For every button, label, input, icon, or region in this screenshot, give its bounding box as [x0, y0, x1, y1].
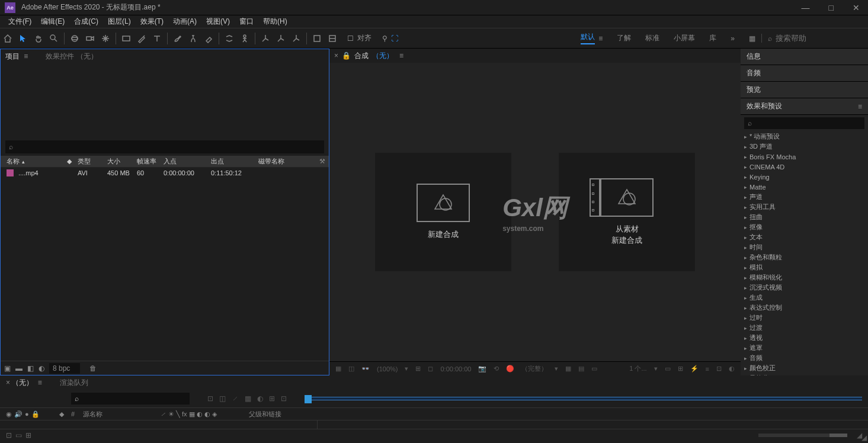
project-settings-icon[interactable]: ◐	[39, 364, 44, 373]
orbit-tool[interactable]	[68, 31, 82, 46]
adjustment-switch-icon[interactable]: ◐	[204, 410, 210, 418]
comp-from-footage-button[interactable]: 从素材 新建合成	[559, 153, 695, 271]
col-in[interactable]: 入点	[161, 157, 209, 166]
new-composition-button[interactable]: 新建合成	[375, 153, 511, 271]
timeline-search[interactable]: ⌕	[71, 393, 190, 405]
project-panel-menu[interactable]: ≡	[24, 52, 28, 60]
panel-effects[interactable]: 效果和预设 ≡	[741, 98, 868, 115]
new-folder-icon[interactable]: ▬	[15, 364, 23, 373]
resolution-display[interactable]: （完整）	[521, 364, 547, 373]
effect-category[interactable]: ▸遮罩	[741, 343, 868, 353]
flowchart-icon[interactable]: ⚒	[319, 158, 325, 165]
draft-3d-icon[interactable]: ◫	[219, 394, 226, 403]
workspace-learn[interactable]: 了解	[617, 33, 631, 43]
lock-column-icon[interactable]: 🔒	[31, 410, 40, 418]
solo-column-icon[interactable]: ●	[25, 410, 29, 418]
effect-category[interactable]: ▸Boris FX Mocha	[741, 152, 868, 162]
view-axis-icon[interactable]	[289, 31, 303, 46]
effect-category[interactable]: ▸文本	[741, 232, 868, 242]
workspace-standard[interactable]: 标准	[645, 33, 659, 43]
snap-collision-icon[interactable]: ⛶	[391, 34, 398, 43]
channel-icon[interactable]: 🔴	[506, 365, 514, 373]
motion-blur-icon[interactable]: ◐	[257, 394, 263, 403]
effects-search[interactable]: ⌕	[744, 117, 864, 129]
workspace-menu-icon[interactable]: ≡	[598, 34, 603, 43]
graph-editor-icon[interactable]: ⊞	[269, 394, 275, 403]
exposure-icon[interactable]: ◐	[729, 365, 735, 373]
ruler-icon[interactable]: ▭	[591, 365, 597, 373]
effect-category[interactable]: ▸透视	[741, 333, 868, 343]
local-axis-icon[interactable]	[258, 31, 273, 46]
effect-category[interactable]: ▸实用工具	[741, 202, 868, 212]
col-parent[interactable]: 父级和链接	[249, 410, 308, 419]
effect-category[interactable]: ▸抠像	[741, 222, 868, 232]
lock-icon[interactable]: 🔒	[342, 52, 351, 60]
effect-category[interactable]: ▸颜色校正	[741, 363, 868, 373]
zoom-tool[interactable]	[47, 31, 61, 46]
toggle-modes-icon[interactable]: ▭	[15, 431, 22, 439]
guides-icon[interactable]: ▤	[578, 365, 584, 373]
workspace-default[interactable]: 默认	[581, 32, 595, 44]
menu-layer[interactable]: 图层(L)	[103, 15, 136, 28]
minimize-button[interactable]: —	[798, 2, 813, 14]
selection-tool[interactable]	[16, 31, 30, 46]
speaker-column-icon[interactable]: 🔊	[14, 410, 23, 418]
col-label-icon[interactable]: ◆	[63, 158, 75, 165]
snap-edge-icon[interactable]	[325, 31, 339, 46]
effect-category[interactable]: ▸模拟	[741, 262, 868, 272]
col-hash[interactable]: #	[71, 410, 83, 418]
home-icon[interactable]	[1, 31, 15, 46]
menu-animation[interactable]: 动画(A)	[168, 15, 201, 28]
effect-category[interactable]: ▸时间	[741, 242, 868, 252]
hand-tool[interactable]	[31, 31, 46, 46]
pan-behind-tool[interactable]	[98, 31, 113, 46]
effect-category[interactable]: ▸模糊和锐化	[741, 272, 868, 283]
effect-category[interactable]: ▸生成	[741, 293, 868, 303]
comp-panel-menu[interactable]: ≡	[399, 52, 403, 60]
workspace-small[interactable]: 小屏幕	[674, 33, 695, 43]
col-fps[interactable]: 帧速率	[134, 157, 161, 166]
menu-effect[interactable]: 效果(T)	[136, 15, 168, 28]
fx-switch-icon[interactable]: fx	[182, 410, 187, 418]
snap-box-icon[interactable]	[310, 31, 324, 46]
effect-category[interactable]: ▸扭曲	[741, 212, 868, 222]
search-help-input[interactable]	[776, 34, 868, 43]
tab-project[interactable]: 项目 ≡	[5, 52, 28, 62]
col-out[interactable]: 出点	[209, 157, 256, 166]
bpc-display[interactable]: 8 bpc	[49, 363, 80, 374]
quality-switch-icon[interactable]: ╲	[176, 410, 180, 418]
show-snapshot-icon[interactable]: ⟲	[494, 365, 499, 373]
pixel-aspect-icon[interactable]: ⊞	[678, 365, 683, 373]
roto-tool[interactable]	[222, 31, 236, 46]
menu-composition[interactable]: 合成(C)	[69, 15, 103, 28]
world-axis-icon[interactable]	[274, 31, 288, 46]
effect-category[interactable]: ▸音频	[741, 353, 868, 363]
new-comp-icon[interactable]: ◧	[27, 364, 34, 373]
menu-help[interactable]: 帮助(H)	[258, 15, 292, 28]
tab-effect-controls[interactable]: 效果控件 （无）	[46, 52, 97, 62]
time-ruler[interactable]	[305, 397, 862, 400]
comp-mini-flowchart-icon[interactable]: ⊡	[207, 394, 213, 403]
type-tool[interactable]	[150, 31, 164, 46]
effect-category[interactable]: ▸沉浸式视频	[741, 283, 868, 293]
zoom-display[interactable]: (100%)	[377, 365, 398, 373]
time-indicator[interactable]	[305, 395, 312, 403]
close-button[interactable]: ✕	[849, 2, 863, 14]
effect-category[interactable]: ▸杂色和颗粒	[741, 252, 868, 262]
res-icon[interactable]: ⊞	[415, 365, 421, 373]
close-tab-icon[interactable]: ×	[334, 52, 338, 60]
effect-category[interactable]: ▸过时	[741, 313, 868, 323]
toggle-switches-icon[interactable]: ⊡	[6, 431, 12, 439]
timeline-icon[interactable]: ≡	[706, 365, 709, 373]
pen-tool[interactable]	[134, 31, 149, 46]
workspace-grid-icon[interactable]: ▦	[749, 34, 755, 43]
resize-grip-icon[interactable]: ◢	[861, 434, 867, 442]
effect-category[interactable]: ▸表达式控制	[741, 303, 868, 313]
panel-preview[interactable]: 预览	[741, 82, 868, 98]
menu-edit[interactable]: 编辑(E)	[36, 15, 69, 28]
shy-switch-icon[interactable]: ⟋	[160, 410, 166, 418]
tab-render-queue[interactable]: 渲染队列	[60, 378, 88, 388]
effect-category[interactable]: ▸3D 声道	[741, 142, 868, 152]
maximize-button[interactable]: □	[825, 2, 837, 14]
rectangle-tool[interactable]	[119, 31, 133, 46]
